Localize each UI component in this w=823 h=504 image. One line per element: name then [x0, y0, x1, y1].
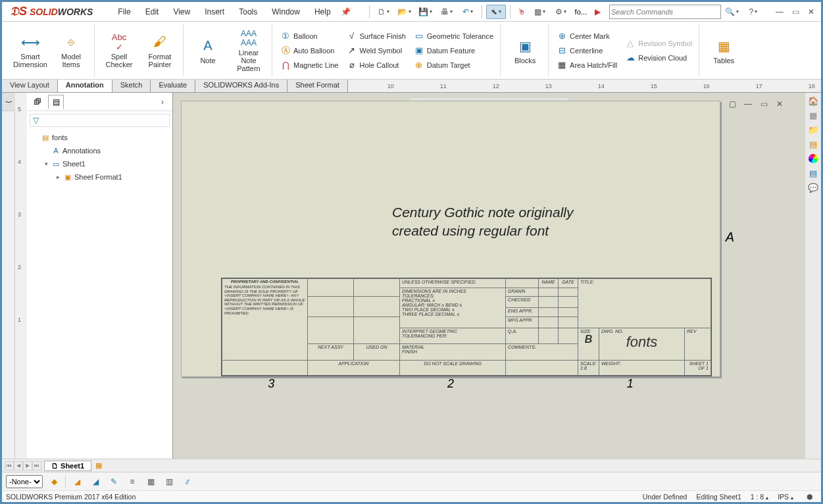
search-input[interactable]: [610, 8, 720, 16]
search-scope-button[interactable]: 🔍: [722, 5, 742, 19]
tab-addins[interactable]: SOLIDWORKS Add-Ins: [195, 80, 287, 92]
rebuild-button[interactable]: ▦: [530, 5, 550, 19]
tab-sheet-format[interactable]: Sheet Format: [287, 80, 348, 92]
thickness-icon[interactable]: ≡: [125, 474, 139, 489]
revision-cloud-button[interactable]: ☁Revision Cloud: [622, 51, 695, 65]
line2-icon[interactable]: ◢: [88, 474, 103, 489]
new-button[interactable]: 🗋: [374, 5, 393, 19]
datum-feature-button[interactable]: ▣Datum Feature: [411, 43, 496, 58]
tree-root[interactable]: ▤fonts: [30, 131, 170, 144]
smart-dimension-button[interactable]: ⟷Smart Dimension: [11, 25, 49, 76]
status-defined: Under Defined: [643, 493, 687, 501]
doc-close-icon[interactable]: ✕: [772, 97, 787, 111]
magnetic-line-button[interactable]: ⋂Magnetic Line: [278, 58, 341, 72]
mouse-icon[interactable]: 🖱: [514, 5, 529, 19]
menu-tools[interactable]: Tools: [232, 5, 264, 19]
model-items-button[interactable]: ⟐Model Items: [52, 25, 90, 76]
color-icon[interactable]: ✎: [107, 474, 121, 489]
area-hatch-button[interactable]: ▦Area Hatch/Fill: [554, 58, 620, 72]
help-button[interactable]: ?: [743, 5, 763, 19]
sheet-last-icon[interactable]: ⏭: [32, 461, 41, 470]
doc-min-icon[interactable]: —: [741, 97, 755, 111]
tree-sheet1[interactable]: ▾▭Sheet1: [30, 157, 170, 170]
hole-callout-button[interactable]: ⌀Hole Callout: [344, 58, 409, 72]
sheet-first-icon[interactable]: ⏮: [5, 461, 14, 470]
restore-button[interactable]: ▭: [788, 5, 803, 19]
status-bar: SOLIDWORKS Premium 2017 x64 Edition Unde…: [2, 490, 821, 502]
status-units[interactable]: IPS ▴: [778, 493, 793, 501]
forum-icon[interactable]: 💬: [807, 181, 820, 194]
custom-props-icon[interactable]: ▤: [807, 166, 820, 180]
panel-tab-props[interactable]: ▤: [48, 95, 64, 109]
select-button[interactable]: ⬉: [486, 5, 506, 19]
status-editing[interactable]: Editing Sheet1: [696, 493, 741, 501]
main-menu: File Edit View Insert Tools Window Help …: [111, 5, 353, 19]
options-button[interactable]: ⚙: [551, 5, 571, 19]
tab-sketch[interactable]: Sketch: [112, 80, 151, 92]
centerline-button[interactable]: ⊟Centerline: [554, 43, 620, 58]
sheet-view[interactable]: Century Gothic note originally created u…: [181, 101, 720, 377]
spell-checker-button[interactable]: Abc✓Spell Checker: [100, 25, 138, 76]
add-sheet-icon[interactable]: ▦: [91, 459, 106, 473]
save-button[interactable]: 💾: [416, 5, 436, 19]
status-flag-icon[interactable]: ⬢: [803, 490, 817, 504]
status-scale[interactable]: 1 : 8 ▴: [751, 493, 768, 501]
note-button[interactable]: ANote: [189, 25, 227, 76]
home-icon[interactable]: 🏠: [807, 94, 820, 107]
print-button[interactable]: 🖶: [437, 5, 457, 19]
app-flag-icon[interactable]: ▶: [591, 5, 605, 19]
center-mark-button[interactable]: ⊕Center Mark: [554, 29, 620, 43]
menu-edit[interactable]: Edit: [139, 5, 166, 19]
layer-props-icon[interactable]: ◆: [47, 474, 61, 489]
menu-help[interactable]: Help: [308, 5, 337, 19]
drawing-canvas[interactable]: 🔍 ⛶ 🔎 ✂ ↻ ▦ ◧ 👁 🌐 ◁ ▢ — ▭ ✕ Century G: [173, 93, 805, 459]
sheet-tab-1[interactable]: 🗋 Sheet1: [44, 461, 91, 471]
appearances-icon[interactable]: [807, 152, 820, 165]
sheet-next-icon[interactable]: ▶: [23, 461, 32, 470]
weld-symbol-button[interactable]: ↗Weld Symbol: [344, 43, 409, 58]
layer-select[interactable]: -None-: [6, 475, 43, 488]
doc-max-icon[interactable]: ▭: [757, 97, 771, 111]
view-palette-icon[interactable]: ▤: [807, 138, 820, 151]
format-painter-button[interactable]: 🖌Format Painter: [141, 25, 179, 76]
sheet-prev-icon[interactable]: ◀: [14, 461, 23, 470]
auto-balloon-button[interactable]: ⒶAuto Balloon: [278, 43, 341, 58]
menu-file[interactable]: File: [111, 5, 137, 19]
title-block[interactable]: PROPRIETARY AND CONFIDENTIALTHE INFORMAT…: [221, 278, 712, 376]
undo-button[interactable]: ↶: [458, 5, 478, 19]
minimize-button[interactable]: —: [772, 5, 787, 19]
status-edition: SOLIDWORKS Premium 2017 x64 Edition: [6, 493, 136, 501]
datum-target-button[interactable]: ⊕Datum Target: [411, 58, 496, 72]
library-icon[interactable]: 📁: [807, 123, 820, 136]
tree-filter[interactable]: ▽: [30, 114, 170, 127]
menu-window[interactable]: Window: [265, 5, 307, 19]
tree-sheet-format[interactable]: ▸▣Sheet Format1: [30, 170, 170, 184]
pin-icon[interactable]: 📌: [339, 5, 353, 19]
close-button[interactable]: ✕: [804, 5, 818, 19]
resources-icon[interactable]: ▦: [807, 109, 820, 122]
surface-finish-button[interactable]: √Surface Finish: [344, 29, 409, 43]
panel-expand-icon[interactable]: ›: [155, 95, 170, 109]
panel-tab-tree[interactable]: 🗊: [30, 95, 45, 109]
feature-tree: ▤fonts AAnnotations ▾▭Sheet1 ▸▣Sheet For…: [27, 130, 172, 459]
tab-view-layout[interactable]: View Layout: [2, 80, 58, 92]
linear-note-pattern-button[interactable]: AAAAAALinear Note Pattern: [230, 25, 268, 76]
tab-evaluate[interactable]: Evaluate: [151, 80, 195, 92]
left-tab[interactable]: ⟩: [2, 93, 15, 111]
search-commands[interactable]: [609, 5, 721, 19]
open-button[interactable]: 📂: [395, 5, 414, 19]
tree-annotations[interactable]: AAnnotations: [30, 144, 170, 157]
balloon-button[interactable]: ①Balloon: [278, 29, 341, 43]
menu-insert[interactable]: Insert: [198, 5, 231, 19]
tables-button[interactable]: ▦Tables: [705, 25, 743, 76]
blocks-button[interactable]: ▣Blocks: [506, 25, 544, 76]
doc-next-icon[interactable]: ▢: [725, 97, 739, 111]
tab-annotation[interactable]: Annotation: [58, 80, 112, 92]
pattern-icon[interactable]: ▥: [162, 474, 176, 489]
note-text[interactable]: Century Gothic note originally created u…: [392, 203, 573, 241]
style-icon[interactable]: ▦: [143, 474, 158, 489]
chart-icon[interactable]: ⫽: [180, 474, 195, 489]
geometric-tolerance-button[interactable]: ▭Geometric Tolerance: [411, 29, 496, 43]
menu-view[interactable]: View: [166, 5, 197, 19]
line-icon[interactable]: ◢: [70, 474, 84, 489]
